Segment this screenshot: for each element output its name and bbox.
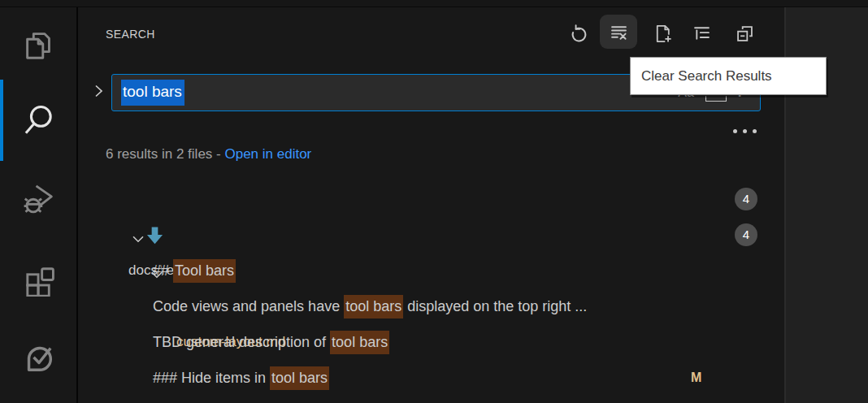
new-search-editor-button[interactable] [647,19,678,48]
clear-search-results-button[interactable] [600,15,637,49]
results-count-text: 6 results in 2 files [106,146,212,162]
open-in-editor-link[interactable]: Open in editor [224,146,311,162]
chevron-down-icon[interactable] [117,226,135,244]
match-highlight: Tool bars [173,259,236,283]
debug-icon [20,180,58,218]
search-match-line[interactable]: ## Tool bars [80,253,784,288]
activity-bar-item-extensions[interactable] [20,259,58,297]
view-as-tree-button[interactable] [686,19,717,48]
match-highlight: tool bars [270,366,329,390]
clear-search-results-icon [608,21,630,43]
result-folder-row[interactable]: docs\editor 4 [80,181,784,217]
activity-bar [0,7,78,403]
result-file-row[interactable]: custom-layout.md M 4 [80,217,784,253]
search-icon [20,102,58,139]
summary-separator: - [212,146,224,162]
activity-bar-item-explorer[interactable] [20,26,58,63]
match-highlight: tool bars [330,331,389,354]
match-highlight: tool bars [344,295,403,318]
activity-bar-item-run-debug[interactable] [20,180,58,218]
search-panel: SEARCH [80,7,784,403]
activity-bar-item-search[interactable] [20,102,58,139]
new-search-editor-icon [652,23,674,45]
view-as-tree-icon [691,23,713,45]
search-query-selected-text: tool bars [121,80,184,106]
search-match-line[interactable]: ### Hide items in tool bars [80,360,784,396]
active-view-indicator [0,80,3,161]
files-icon [20,26,58,63]
test-check-icon [20,338,58,375]
chevron-right-icon [89,81,108,101]
match-count-badge: 4 [735,188,757,210]
titlebar-edge [0,0,868,7]
search-match-line[interactable]: TBD general description of tool bars [80,324,784,360]
vscode-window: SEARCH [0,0,868,403]
chevron-down-icon[interactable] [98,190,116,208]
search-match-line[interactable]: Code views and panels have tool bars dis… [80,288,784,324]
activity-bar-item-testing[interactable] [20,338,58,375]
extensions-icon [20,259,58,297]
panel-title: SEARCH [106,28,155,41]
match-count-badge: 4 [735,223,757,246]
markdown-file-icon [144,223,166,247]
results-summary: 6 results in 2 files - Open in editor [106,142,311,167]
refresh-button[interactable] [563,19,594,48]
collapse-all-icon [734,23,756,45]
collapse-all-button[interactable] [729,19,760,48]
refresh-icon [568,23,590,45]
tooltip-clear-search-results: Clear Search Results [630,57,827,95]
toggle-replace-button[interactable] [89,81,108,101]
toggle-search-details-button[interactable] [733,129,757,133]
